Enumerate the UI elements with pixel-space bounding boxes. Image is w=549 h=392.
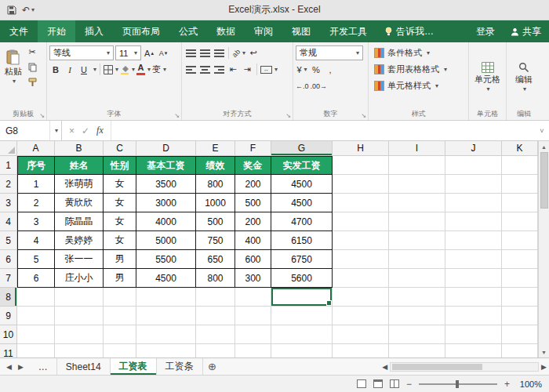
cell-D1[interactable]: 基本工资: [136, 156, 196, 175]
paste-button[interactable]: 粘贴 ▾: [2, 45, 24, 89]
cell-I6[interactable]: [389, 250, 445, 269]
cell-H9[interactable]: [333, 307, 389, 325]
col-header-B[interactable]: B: [55, 141, 104, 156]
col-header-E[interactable]: E: [196, 141, 235, 156]
cell-F1[interactable]: 奖金: [235, 156, 271, 175]
cell-D3[interactable]: 3000: [136, 194, 196, 212]
cell-F5[interactable]: 400: [235, 231, 271, 250]
cell-C11[interactable]: [104, 344, 136, 358]
font-dialog-launcher-icon[interactable]: ↘: [174, 113, 180, 119]
align-top-button[interactable]: [184, 45, 197, 60]
col-header-A[interactable]: A: [17, 141, 55, 156]
cell-K11[interactable]: [502, 344, 538, 358]
cell-A2[interactable]: 1: [17, 175, 55, 194]
col-header-K[interactable]: K: [502, 141, 538, 156]
number-format-combo[interactable]: 常规 ▾: [296, 45, 363, 60]
cell-G9[interactable]: [271, 307, 333, 325]
cell-B9[interactable]: [55, 307, 104, 325]
ribbon-tab-数据[interactable]: 数据: [207, 20, 245, 42]
cell-A9[interactable]: [17, 307, 55, 325]
cell-I3[interactable]: [389, 194, 445, 212]
vscroll-down-icon[interactable]: ▼: [539, 347, 549, 358]
cell-G10[interactable]: [271, 325, 333, 344]
cell-D11[interactable]: [136, 344, 196, 358]
cell-B6[interactable]: 张一一: [55, 250, 104, 269]
font-name-combo[interactable]: 等线 ▾: [49, 45, 114, 60]
cell-C1[interactable]: 性别: [104, 156, 136, 175]
view-page-layout-icon[interactable]: [373, 379, 383, 388]
name-box-dropdown[interactable]: ▾: [50, 121, 62, 140]
cell-C6[interactable]: 男: [104, 250, 136, 269]
share-button[interactable]: 共享: [503, 20, 549, 42]
cell-H7[interactable]: [333, 269, 389, 288]
cell-I10[interactable]: [389, 325, 445, 344]
row-header-2[interactable]: 2: [0, 175, 17, 194]
cell-I11[interactable]: [389, 344, 445, 358]
cell-H11[interactable]: [333, 344, 389, 358]
cell-H10[interactable]: [333, 325, 389, 344]
cell-I8[interactable]: [389, 288, 445, 307]
cell-I9[interactable]: [389, 307, 445, 325]
cell-B1[interactable]: 姓名: [55, 156, 104, 175]
undo-button[interactable]: ↶ ▾: [22, 5, 35, 16]
tell-me-box[interactable]: 告诉我…: [376, 20, 442, 42]
cut-button[interactable]: ✂: [26, 45, 38, 60]
cell-E2[interactable]: 800: [196, 175, 235, 194]
increase-font-button[interactable]: A▴: [143, 45, 155, 60]
cell-G7[interactable]: 5600: [271, 269, 333, 288]
cell-B5[interactable]: 吴婷婷: [55, 231, 104, 250]
cell-A1[interactable]: 序号: [17, 156, 55, 175]
cell-styles-button[interactable]: 单元格样式▾: [371, 78, 466, 94]
cell-J7[interactable]: [445, 269, 502, 288]
underline-button[interactable]: U: [78, 62, 90, 77]
formula-bar-expand-icon[interactable]: ˅: [535, 121, 549, 140]
align-middle-button[interactable]: [198, 45, 211, 60]
cell-B2[interactable]: 张萌萌: [55, 175, 104, 194]
cell-E1[interactable]: 绩效: [196, 156, 235, 175]
cell-A11[interactable]: [17, 344, 55, 358]
cell-D8[interactable]: [136, 288, 196, 307]
cell-D6[interactable]: 5500: [136, 250, 196, 269]
cell-C5[interactable]: 女: [104, 231, 136, 250]
cell-E4[interactable]: 500: [196, 212, 235, 231]
clipboard-dialog-launcher-icon[interactable]: ↘: [39, 113, 45, 119]
zoom-in-icon[interactable]: +: [504, 379, 510, 390]
cell-H4[interactable]: [333, 212, 389, 231]
row-header-8[interactable]: 8: [0, 288, 17, 307]
row-header-3[interactable]: 3: [0, 194, 17, 212]
cell-F8[interactable]: [235, 288, 271, 307]
bold-button[interactable]: B: [49, 62, 62, 77]
insert-function-icon[interactable]: fx: [96, 125, 104, 136]
cell-B11[interactable]: [55, 344, 104, 358]
sheet-tab-overflow[interactable]: …: [30, 358, 57, 375]
save-icon[interactable]: [7, 5, 16, 15]
align-center-button[interactable]: [198, 62, 211, 77]
editing-button[interactable]: 编辑 ▾: [513, 61, 535, 93]
ribbon-tab-公式[interactable]: 公式: [169, 20, 207, 42]
wrap-text-button[interactable]: ↩: [247, 45, 260, 60]
col-header-I[interactable]: I: [389, 141, 445, 156]
format-as-table-button[interactable]: 套用表格格式▾: [371, 61, 466, 78]
row-header-6[interactable]: 6: [0, 250, 17, 269]
cell-B3[interactable]: 黄欣欣: [55, 194, 104, 212]
font-color-button[interactable]: A ▾: [136, 62, 151, 77]
borders-button[interactable]: ▾: [104, 62, 118, 77]
cell-B8[interactable]: [55, 288, 104, 307]
alignment-dialog-launcher-icon[interactable]: ↘: [285, 113, 291, 119]
cell-D10[interactable]: [136, 325, 196, 344]
sheet-tab-Sheet14[interactable]: Sheet14: [57, 358, 111, 375]
cell-A8[interactable]: [17, 288, 55, 307]
phonetic-guide-button[interactable]: 变 ▾: [152, 62, 166, 77]
cell-H5[interactable]: [333, 231, 389, 250]
cell-K10[interactable]: [502, 325, 538, 344]
row-header-1[interactable]: 1: [0, 156, 17, 175]
zoom-slider[interactable]: [419, 383, 497, 385]
cell-G1[interactable]: 实发工资: [271, 156, 333, 175]
cell-G8[interactable]: [271, 288, 333, 307]
cell-A7[interactable]: 6: [17, 269, 55, 288]
cell-F6[interactable]: 600: [235, 250, 271, 269]
comma-style-button[interactable]: ,: [324, 62, 336, 77]
view-normal-icon[interactable]: [357, 379, 366, 388]
cell-G2[interactable]: 4500: [271, 175, 333, 194]
merge-center-button[interactable]: ↔▾: [260, 62, 278, 77]
